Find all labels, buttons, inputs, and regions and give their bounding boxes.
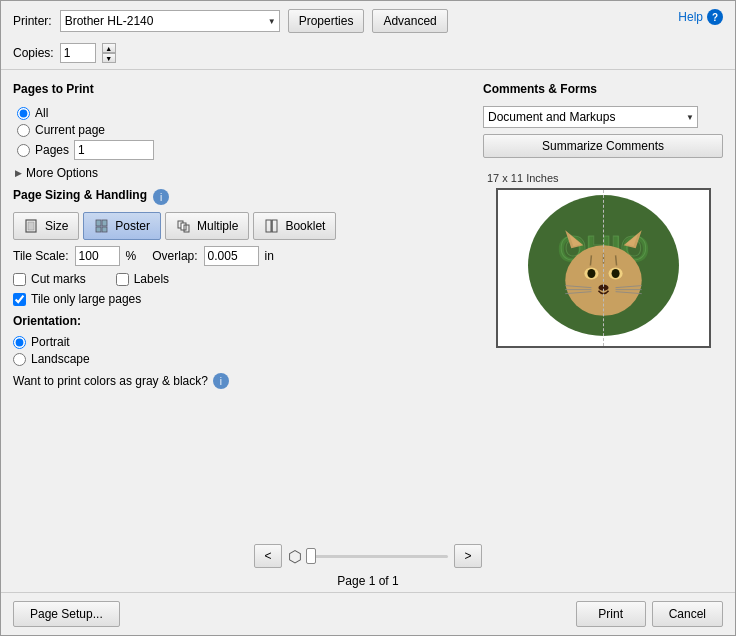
current-page-label: Current page — [35, 123, 105, 137]
booklet-icon — [264, 218, 280, 234]
bottom-right-buttons: Print Cancel — [576, 601, 723, 627]
tile-only-label: Tile only large pages — [31, 292, 141, 306]
tile-scale-label: Tile Scale: — [13, 249, 69, 263]
pages-to-print-section: Pages to Print All Current page Pages — [13, 82, 471, 180]
sizing-title-row: Page Sizing & Handling i — [13, 188, 471, 206]
prev-page-button[interactable]: < — [254, 544, 282, 568]
tile-scale-input[interactable] — [75, 246, 120, 266]
copies-label: Copies: — [13, 46, 54, 60]
size-icon — [24, 218, 40, 234]
scale-row: Tile Scale: % Overlap: in — [13, 246, 471, 266]
all-label: All — [35, 106, 48, 120]
svg-rect-1 — [28, 222, 34, 230]
svg-point-22 — [587, 269, 595, 278]
booklet-label: Booklet — [285, 219, 325, 233]
preview-center-line — [603, 190, 604, 346]
copies-up-button[interactable]: ▲ — [102, 43, 116, 53]
printer-label: Printer: — [13, 14, 52, 28]
inches-label: in — [265, 249, 274, 263]
copies-row: Copies: ▲ ▼ — [1, 41, 735, 65]
poster-button[interactable]: Poster — [83, 212, 161, 240]
left-panel: Pages to Print All Current page Pages — [13, 82, 471, 530]
portrait-radio-row: Portrait — [13, 335, 471, 349]
poster-icon — [94, 218, 110, 234]
sizing-title: Page Sizing & Handling — [13, 188, 147, 202]
cf-select-wrapper: Document Document and Markups Document a… — [483, 106, 698, 128]
cancel-button[interactable]: Cancel — [652, 601, 723, 627]
cut-marks-checkbox[interactable] — [13, 273, 26, 286]
main-content: Pages to Print All Current page Pages — [1, 74, 735, 538]
svg-rect-5 — [102, 227, 107, 232]
current-page-radio[interactable] — [17, 124, 30, 137]
orientation-title: Orientation: — [13, 314, 471, 328]
page-setup-button[interactable]: Page Setup... — [13, 601, 120, 627]
cut-marks-label: Cut marks — [31, 272, 86, 286]
landscape-radio-row: Landscape — [13, 352, 471, 366]
print-button[interactable]: Print — [576, 601, 646, 627]
slider-track — [306, 555, 448, 558]
printer-row: Printer: Brother HL-2140 Properties Adva… — [1, 1, 735, 41]
orientation-section: Orientation: Portrait Landscape Want to … — [13, 314, 471, 389]
pages-to-print-title: Pages to Print — [13, 82, 471, 96]
summarize-comments-button[interactable]: Summarize Comments — [483, 134, 723, 158]
print-dialog: Printer: Brother HL-2140 Properties Adva… — [0, 0, 736, 636]
preview-area: 17 x 11 Inches OHIO OHIO — [483, 172, 723, 348]
all-radio-row: All — [17, 106, 471, 120]
preview-size-label: 17 x 11 Inches — [487, 172, 559, 184]
gray-question-info-icon[interactable]: i — [213, 373, 229, 389]
properties-button[interactable]: Properties — [288, 9, 365, 33]
svg-rect-4 — [96, 227, 101, 232]
printer-select[interactable]: Brother HL-2140 — [60, 10, 280, 32]
booklet-button[interactable]: Booklet — [253, 212, 336, 240]
sizing-section: Page Sizing & Handling i Size — [13, 188, 471, 306]
tile-only-checkbox[interactable] — [13, 293, 26, 306]
landscape-radio[interactable] — [13, 353, 26, 366]
svg-point-23 — [611, 269, 619, 278]
labels-label: Labels — [134, 272, 169, 286]
pages-input[interactable] — [74, 140, 154, 160]
copies-input[interactable] — [60, 43, 96, 63]
overlap-label: Overlap: — [152, 249, 197, 263]
sizing-info-icon[interactable]: i — [153, 189, 169, 205]
cut-marks-row: Cut marks Labels — [13, 272, 471, 286]
help-link[interactable]: Help ? — [678, 9, 723, 25]
size-button[interactable]: Size — [13, 212, 79, 240]
printer-select-wrapper: Brother HL-2140 — [60, 10, 280, 32]
svg-rect-2 — [96, 220, 101, 226]
labels-checkbox[interactable] — [116, 273, 129, 286]
preview-box: OHIO OHIO — [496, 188, 711, 348]
overlap-input[interactable] — [204, 246, 259, 266]
landscape-label: Landscape — [31, 352, 90, 366]
all-radio[interactable] — [17, 107, 30, 120]
slider-thumb[interactable] — [306, 548, 316, 564]
gray-question-label: Want to print colors as gray & black? — [13, 374, 208, 388]
svg-rect-3 — [102, 220, 107, 226]
multiple-label: Multiple — [197, 219, 238, 233]
portrait-radio[interactable] — [13, 336, 26, 349]
bottom-bar: Page Setup... Print Cancel — [1, 592, 735, 635]
advanced-button[interactable]: Advanced — [372, 9, 447, 33]
percent-label: % — [126, 249, 137, 263]
pages-radio[interactable] — [17, 144, 30, 157]
bottom-nav: < ⬡ > — [1, 538, 735, 574]
cf-select[interactable]: Document Document and Markups Document a… — [483, 106, 698, 128]
help-label: Help — [678, 10, 703, 24]
help-icon: ? — [707, 9, 723, 25]
svg-rect-9 — [266, 220, 271, 232]
more-options-row[interactable]: ▶ More Options — [13, 166, 471, 180]
copies-down-button[interactable]: ▼ — [102, 53, 116, 63]
svg-line-31 — [590, 255, 591, 265]
page-label: Page 1 of 1 — [1, 574, 735, 588]
right-panel: Comments & Forms Document Document and M… — [483, 82, 723, 530]
comments-forms-title: Comments & Forms — [483, 82, 723, 96]
next-page-button[interactable]: > — [454, 544, 482, 568]
poster-label: Poster — [115, 219, 150, 233]
portrait-label: Portrait — [31, 335, 70, 349]
pages-label: Pages — [35, 143, 69, 157]
svg-rect-10 — [272, 220, 277, 232]
pages-radio-row: Pages — [17, 140, 471, 160]
current-page-radio-row: Current page — [17, 123, 471, 137]
page-icon: ⬡ — [288, 547, 302, 566]
multiple-button[interactable]: Multiple — [165, 212, 249, 240]
gray-question-row: Want to print colors as gray & black? i — [13, 373, 471, 389]
